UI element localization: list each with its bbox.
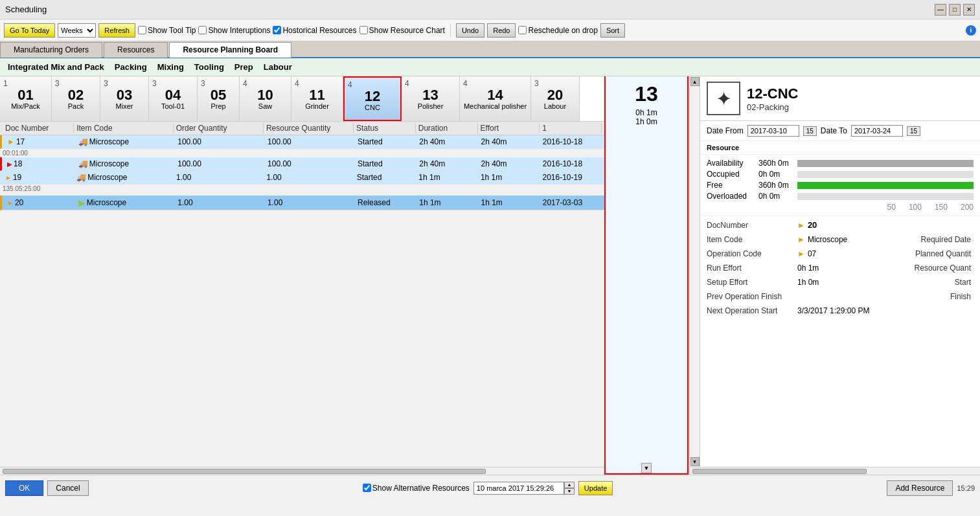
column-headers: 1 01 Mix/Pack 3 02 Pack 3 03 Mixer 3 04 …	[0, 76, 604, 122]
col-11[interactable]: 4 11 Grinder	[291, 76, 343, 121]
close-btn[interactable]: ✕	[963, 4, 975, 16]
detail-dates: Date From 15 Date To 15	[700, 121, 980, 141]
avail-occupied-row: Occupied 0h 0m	[707, 170, 974, 179]
show-interruptions-check[interactable]: Show Interuptions	[198, 26, 270, 35]
field-planned-qty-label: Planned Quantit	[915, 249, 971, 258]
col-04[interactable]: 3 04 Tool-01	[149, 76, 198, 121]
tabs-bar: Manufacturing Orders Resources Resource …	[0, 41, 980, 58]
cal-btn-2[interactable]: 15	[907, 126, 920, 136]
row18-doc-num: 18	[14, 159, 22, 168]
spinner-down-btn[interactable]: ▼	[564, 488, 575, 495]
field-nextopstart-value: 3/3/2017 1:29:00 PM	[797, 306, 974, 315]
field-runeffort-label: Run Effort	[707, 264, 797, 273]
row17-doc-num: 17	[16, 137, 25, 146]
go-to-today-button[interactable]: Go To Today	[4, 23, 55, 38]
time-display: 15:29	[957, 484, 975, 492]
main-area: 1 01 Mix/Pack 3 02 Pack 3 03 Mixer 3 04 …	[0, 76, 980, 475]
avail-scale: 50 100 150 200	[797, 203, 974, 212]
field-setupeffort: Setup Effort 1h 0m Start	[707, 278, 974, 287]
show-alt-resources-check[interactable]: Show Alternative Resources	[363, 484, 470, 493]
col-12[interactable]: 4 12 CNC	[343, 76, 402, 121]
refresh-button[interactable]: Refresh	[98, 23, 135, 38]
field-opcode-value: 07	[808, 249, 915, 258]
row18-order-qty: 100.00	[177, 159, 201, 168]
th-doc-number: Doc Number	[3, 123, 74, 133]
cnc-number: 13	[635, 83, 658, 106]
table-body: ► 17 🚚 Microscope 100.00 100.00 Started …	[0, 135, 604, 467]
group-packing: Packing	[115, 62, 147, 72]
historical-resources-check[interactable]: Hostorical Resources	[273, 26, 356, 35]
date-to-input[interactable]	[851, 125, 903, 137]
row17-item-code: Microscope	[89, 137, 129, 146]
th-1: 1	[540, 123, 602, 133]
add-resource-button[interactable]: Add Resource	[887, 480, 953, 496]
resource-group-header: Integrated Mix and Pack Packing Mixing T…	[0, 58, 980, 76]
cal-btn-1[interactable]: 15	[803, 126, 817, 136]
detail-resource-name: 12-CNC	[747, 85, 798, 102]
cnc-time1: 0h 1m	[635, 108, 657, 117]
row18-duration: 2h 40m	[419, 159, 445, 168]
undo-button[interactable]: Undo	[456, 23, 484, 38]
show-resource-chart-check[interactable]: Show Resource Chart	[359, 26, 445, 35]
col-10[interactable]: 4 10 Saw	[240, 76, 291, 121]
table-row[interactable]: ► 17 🚚 Microscope 100.00 100.00 Started …	[0, 135, 604, 149]
row17-truck-icon: 🚚	[78, 137, 88, 146]
app-title: Scheduling	[5, 5, 47, 14]
update-button[interactable]: Update	[578, 481, 613, 495]
th-resource-qty: Resource Quantity	[264, 123, 354, 133]
field-nextopstart-label: Next Operation Start	[707, 306, 797, 315]
row17-effort: 2h 40m	[481, 137, 507, 146]
table-row-selected[interactable]: ► 20 ▶ Microscope 1.00 1.00 Released 1h …	[0, 196, 604, 210]
row18-date: 2016-10-18	[543, 159, 582, 168]
row19-resource-qty: 1.00	[266, 173, 281, 182]
maximize-btn[interactable]: □	[949, 4, 961, 16]
col-14[interactable]: 4 14 Mechanical polisher	[460, 76, 531, 121]
table-row[interactable]: ▶ 18 🚚 Microscope 100.00 100.00 Started …	[0, 157, 604, 171]
row20-arrow-icon: ►	[7, 199, 14, 207]
row18-truck-icon: 🚚	[78, 159, 88, 168]
detail-vert-scroll[interactable]: ▲ ▼	[690, 76, 700, 467]
reschedule-check[interactable]: Reschedule on drop	[518, 26, 597, 35]
tab-resource-planning-board[interactable]: Resource Planning Board	[169, 42, 291, 58]
col-05[interactable]: 3 05 Prep	[198, 76, 240, 121]
datetime-input[interactable]	[473, 482, 564, 495]
info-icon: i	[966, 25, 976, 36]
ok-button[interactable]: OK	[5, 480, 43, 496]
row19-truck-icon: 🚚	[76, 173, 86, 182]
row19-doc-num: 19	[13, 173, 21, 182]
period-select[interactable]: Weeks Days Months	[58, 23, 96, 38]
detail-resource-label: Resource	[700, 141, 980, 155]
col-01[interactable]: 1 01 Mix/Pack	[0, 76, 52, 121]
row19-order-qty: 1.00	[176, 173, 191, 182]
date-from-input[interactable]	[747, 125, 799, 137]
col-20[interactable]: 3 20 Labour	[531, 76, 580, 121]
row17-status: Started	[358, 137, 383, 146]
resource-icon-box: ✦	[707, 82, 740, 115]
cnc-scroll-bottom[interactable]: ▼	[641, 463, 652, 473]
row20-order-qty: 1.00	[177, 198, 192, 207]
field-docnumber-label: DocNumber	[707, 221, 797, 230]
field-start-label: Start	[955, 278, 971, 287]
group-tooling: Tooling	[194, 62, 224, 72]
col-13[interactable]: 4 13 Polisher	[402, 76, 460, 121]
show-tooltip-check[interactable]: Show Tool Tip	[138, 26, 196, 35]
minimize-btn[interactable]: —	[935, 4, 946, 16]
cancel-button[interactable]: Cancel	[47, 480, 88, 496]
toolbar-separator	[450, 24, 451, 37]
field-opcode-label: Operation Code	[707, 249, 797, 258]
table-row[interactable]: ► 19 🚚 Microscope 1.00 1.00 Started 1h 1…	[0, 171, 604, 185]
horizontal-scrollbar[interactable]	[0, 467, 604, 475]
detail-horiz-scroll[interactable]	[690, 467, 980, 475]
spinner-up-btn[interactable]: ▲	[564, 482, 575, 488]
toolbar: Go To Today Weeks Days Months Refresh Sh…	[0, 19, 980, 41]
sort-button[interactable]: Sort	[600, 23, 625, 38]
row19-item-code: Microscope	[87, 173, 127, 182]
tab-manufacturing-orders[interactable]: Manufacturing Orders	[0, 42, 102, 58]
tab-resources[interactable]: Resources	[104, 42, 168, 58]
col-03[interactable]: 3 03 Mixer	[100, 76, 149, 121]
redo-button[interactable]: Redo	[487, 23, 516, 38]
col-02[interactable]: 3 02 Pack	[52, 76, 100, 121]
table-header-row: Doc Number Item Code Order Quantity Reso…	[0, 122, 604, 135]
row17-resource-qty: 100.00	[268, 137, 291, 146]
detail-scroll-content: ✦ 12-CNC 02-Packing Date From 15 Date To…	[700, 76, 980, 467]
